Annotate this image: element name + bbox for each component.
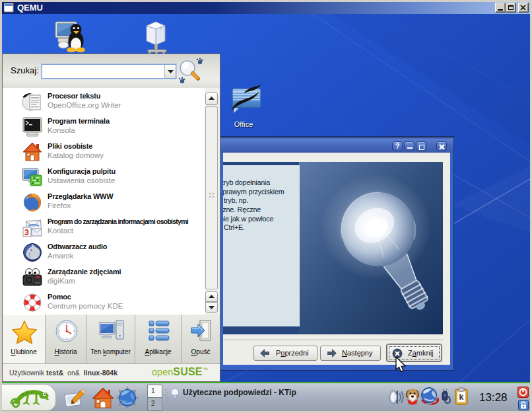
svg-text:3: 3	[24, 228, 29, 237]
svg-text:k: k	[459, 393, 464, 402]
